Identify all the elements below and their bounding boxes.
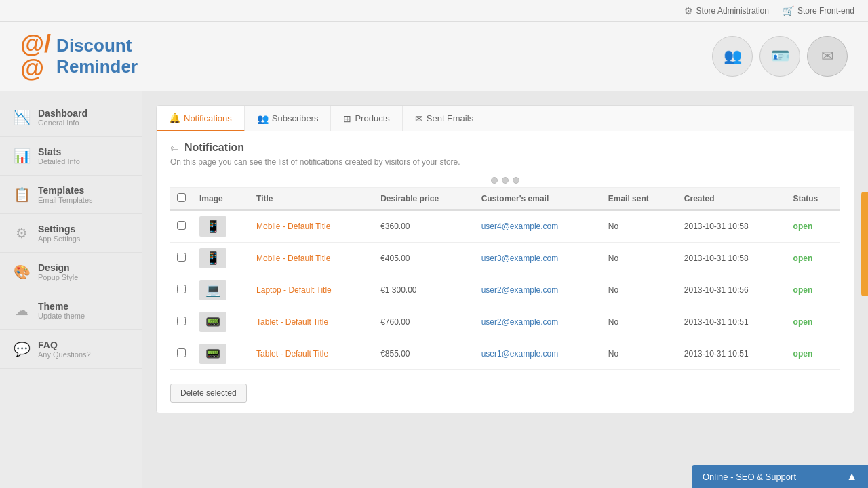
- mail-icon: ✉: [821, 47, 833, 65]
- sidebar-item-design[interactable]: 🎨 Design Popup Style: [0, 253, 142, 291]
- row-checkbox[interactable]: [177, 221, 186, 230]
- sidebar: 📉 Dashboard General Info 📊 Stats Detaile…: [0, 92, 142, 488]
- customer-email-link[interactable]: user1@example.com: [481, 349, 559, 359]
- mail-header-button[interactable]: ✉: [807, 36, 848, 77]
- support-bar[interactable]: Online - SEO & Support ▲: [692, 465, 868, 488]
- status-badge[interactable]: open: [793, 253, 813, 263]
- sidebar-item-theme[interactable]: ☁ Theme Update theme: [0, 291, 142, 330]
- row-title: Mobile - Default Title: [250, 210, 374, 243]
- store-frontend-link[interactable]: 🛒 Store Front-end: [783, 5, 854, 16]
- row-title: Mobile - Default Title: [250, 243, 374, 274]
- sidebar-item-stats[interactable]: 📊 Stats Detailed Info: [0, 137, 142, 176]
- faq-label: FAQ: [38, 340, 91, 350]
- customer-email-link[interactable]: user2@example.com: [481, 317, 559, 327]
- row-email: user4@example.com: [475, 210, 601, 243]
- logo-line1: Discount: [56, 35, 138, 56]
- design-icon: 🎨: [14, 264, 30, 280]
- product-title-link[interactable]: Mobile - Default Title: [256, 222, 330, 231]
- customer-email-link[interactable]: user4@example.com: [481, 222, 559, 231]
- row-image: 📱: [193, 210, 250, 243]
- row-price: €360.00: [374, 210, 475, 243]
- dot-1[interactable]: [491, 177, 498, 184]
- admin-header-icon: 🪪: [771, 47, 789, 65]
- dot-2[interactable]: [502, 177, 509, 184]
- notification-header: 🏷 Notification: [157, 131, 854, 157]
- row-email: user2@example.com: [475, 306, 601, 338]
- sidebar-item-templates[interactable]: 📋 Templates Email Templates: [0, 176, 142, 214]
- sidebar-item-faq[interactable]: 💬 FAQ Any Questions?: [0, 330, 142, 369]
- theme-icon: ☁: [14, 302, 30, 319]
- tab-products-label: Products: [355, 113, 389, 123]
- tab-notifications-label: Notifications: [184, 113, 232, 123]
- row-checkbox[interactable]: [177, 317, 186, 325]
- delete-selected-button[interactable]: Delete selected: [170, 384, 247, 403]
- select-all-checkbox[interactable]: [177, 193, 186, 202]
- store-admin-label: Store Administration: [696, 6, 769, 16]
- notifications-table-wrapper: Image Title Desirable price Customer's e…: [157, 187, 854, 380]
- design-label: Design: [38, 262, 78, 273]
- settings-label: Settings: [38, 224, 80, 235]
- product-title-link[interactable]: Mobile - Default Title: [256, 253, 330, 263]
- status-badge[interactable]: open: [793, 317, 813, 327]
- stats-label: Stats: [38, 146, 80, 157]
- dashboard-sublabel: General Info: [38, 119, 87, 127]
- admin-header-button[interactable]: 🪪: [760, 36, 800, 77]
- tab-products[interactable]: ⊞ Products: [331, 106, 402, 131]
- row-checkbox[interactable]: [177, 253, 186, 262]
- users-icon: 👥: [724, 47, 742, 65]
- row-image: 📱: [193, 243, 250, 274]
- dot-3[interactable]: [513, 177, 519, 184]
- status-badge[interactable]: open: [793, 285, 813, 295]
- row-price: €1 300.00: [374, 274, 475, 306]
- suggest-new-feature-bar[interactable]: Suggest New Feature: [861, 192, 868, 296]
- th-status: Status: [787, 188, 840, 211]
- row-email-sent: No: [601, 338, 677, 370]
- row-email-sent: No: [601, 274, 677, 306]
- status-badge[interactable]: open: [793, 222, 813, 231]
- row-checkbox[interactable]: [177, 285, 186, 293]
- customer-email-link[interactable]: user3@example.com: [481, 253, 559, 263]
- pagination-dots: [157, 174, 854, 187]
- row-status: open: [787, 306, 840, 338]
- row-checkbox[interactable]: [177, 348, 186, 357]
- th-title: Title: [250, 188, 374, 211]
- row-checkbox-cell: [170, 338, 193, 370]
- theme-sublabel: Update theme: [38, 312, 85, 320]
- theme-label: Theme: [38, 301, 85, 312]
- tab-sent-emails[interactable]: ✉ Sent Emails: [403, 106, 486, 131]
- header-icons: 👥 🪪 ✉: [712, 36, 848, 77]
- th-customer-email: Customer's email: [475, 188, 601, 211]
- notification-title: Notification: [184, 142, 244, 154]
- sidebar-item-dashboard[interactable]: 📉 Dashboard General Info: [0, 98, 142, 137]
- product-title-link[interactable]: Laptop - Default Title: [256, 285, 332, 295]
- product-title-link[interactable]: Tablet - Default Title: [256, 349, 328, 359]
- templates-sublabel: Email Templates: [38, 196, 93, 204]
- row-image: 💻: [193, 274, 250, 306]
- templates-icon: 📋: [14, 186, 30, 203]
- th-email-sent: Email sent: [601, 188, 677, 211]
- products-tab-icon: ⊞: [343, 113, 351, 124]
- table-row: 📟 Tablet - Default Title €855.00 user1@e…: [170, 338, 840, 370]
- notifications-table: Image Title Desirable price Customer's e…: [170, 187, 840, 370]
- logo-line2: Reminder: [56, 56, 138, 77]
- sidebar-item-settings[interactable]: ⚙ Settings App Settings: [0, 214, 142, 253]
- row-status: open: [787, 210, 840, 243]
- th-desirable-price: Desirable price: [374, 188, 475, 211]
- product-title-link[interactable]: Tablet - Default Title: [256, 317, 328, 327]
- dashboard-label: Dashboard: [38, 108, 87, 119]
- th-created: Created: [677, 188, 787, 211]
- status-badge[interactable]: open: [793, 349, 813, 359]
- customer-email-link[interactable]: user2@example.com: [481, 285, 559, 295]
- tab-notifications[interactable]: 🔔 Notifications: [157, 106, 245, 131]
- support-bar-chevron: ▲: [846, 470, 857, 483]
- tab-subscribers[interactable]: 👥 Subscribers: [245, 106, 332, 131]
- row-image: 📟: [193, 338, 250, 370]
- store-admin-link[interactable]: ⚙ Store Administration: [684, 5, 769, 16]
- row-created: 2013-10-31 10:51: [677, 338, 787, 370]
- users-header-button[interactable]: 👥: [712, 36, 753, 77]
- table-row: 📱 Mobile - Default Title €360.00 user4@e…: [170, 210, 840, 243]
- product-image-icon: 📱: [199, 216, 226, 237]
- row-status: open: [787, 274, 840, 306]
- top-bar: ⚙ Store Administration 🛒 Store Front-end: [0, 0, 868, 22]
- stats-sublabel: Detailed Info: [38, 157, 80, 165]
